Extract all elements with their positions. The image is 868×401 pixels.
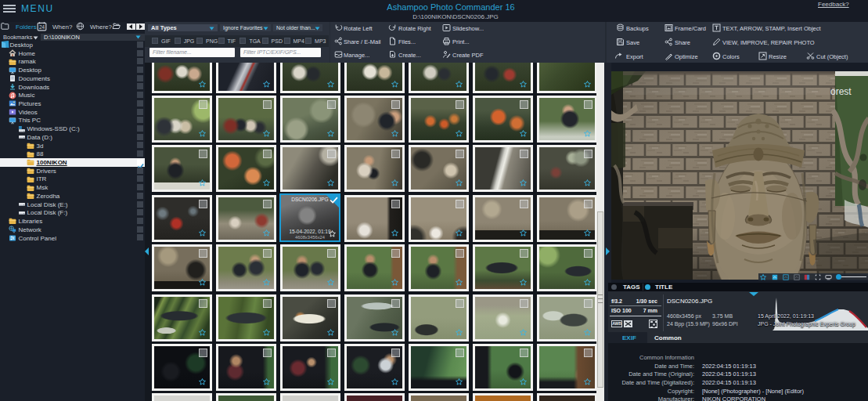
svg-text:orest: orest	[830, 86, 852, 97]
